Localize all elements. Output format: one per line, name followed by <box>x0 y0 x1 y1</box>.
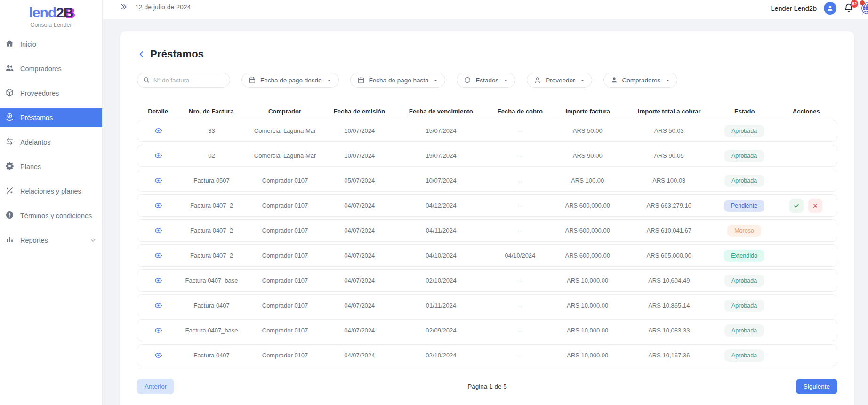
cell-amount: ARS 10,000.00 <box>551 302 624 309</box>
view-detail-button[interactable] <box>152 324 165 337</box>
view-detail-button[interactable] <box>152 249 165 262</box>
info-icon <box>5 211 14 221</box>
cell-amount: ARS 600,000.00 <box>551 252 624 259</box>
sidebar-item-inicio[interactable]: Inicio <box>0 35 102 54</box>
cell-status: Aprobada <box>714 349 774 362</box>
view-detail-button[interactable] <box>152 174 165 187</box>
sidebar-item-terminos[interactable]: Términos y condiciones <box>0 206 102 225</box>
cell-status: Extendido <box>714 250 774 262</box>
double-chevron-icon[interactable] <box>120 3 128 11</box>
view-detail-button[interactable] <box>152 124 165 138</box>
cell-buyer: Comprador 0107 <box>244 302 326 309</box>
sidebar-item-planes[interactable]: Planes <box>0 157 102 176</box>
avatar[interactable] <box>824 2 836 15</box>
view-detail-button[interactable] <box>152 299 165 312</box>
loans-table: Detalle Nro. de Factura Comprador Fecha … <box>137 103 837 366</box>
bar-chart-icon <box>5 235 14 245</box>
column-header-total: Importe total a cobrar <box>625 108 714 115</box>
cell-issued: 04/07/2024 <box>326 252 393 259</box>
cell-actions <box>775 299 837 313</box>
sidebar: lend2B Consola Lender Inicio Compradores… <box>0 0 103 405</box>
back-chevron-icon[interactable] <box>137 49 146 59</box>
view-detail-button[interactable] <box>152 274 165 287</box>
column-header-cobro: Fecha de cobro <box>489 108 551 115</box>
invoice-search <box>137 73 230 88</box>
view-detail-button[interactable] <box>152 199 165 212</box>
cell-buyer: Comprador 0107 <box>244 252 326 259</box>
view-detail-button[interactable] <box>152 149 165 162</box>
cell-collected: 04/10/2024 <box>489 252 551 259</box>
filter-estados[interactable]: Estados <box>457 73 515 88</box>
eye-icon <box>154 276 162 284</box>
column-header-comprador: Comprador <box>243 108 326 115</box>
table-row: Factura 0507 Comprador 0107 05/07/2024 1… <box>137 170 837 192</box>
cell-actions <box>775 274 837 288</box>
logo-text: lend2B <box>0 6 102 20</box>
cell-due: 02/10/2024 <box>393 277 489 284</box>
cell-actions <box>775 324 837 338</box>
previous-page-button[interactable]: Anterior <box>137 379 174 394</box>
status-badge: Aprobada <box>724 349 764 362</box>
filter-label: Fecha de pago desde <box>260 77 322 84</box>
cell-issued: 04/07/2024 <box>326 202 393 209</box>
view-detail-button[interactable] <box>152 224 165 237</box>
cell-total: ARS 10,604.49 <box>624 277 714 284</box>
sidebar-item-label: Préstamos <box>20 114 53 122</box>
cell-collected: -- <box>489 177 551 184</box>
loan-icon <box>5 113 14 123</box>
filter-fecha-pago-hasta[interactable]: Fecha de pago hasta <box>350 73 446 88</box>
search-input[interactable] <box>137 73 230 88</box>
approve-button[interactable] <box>789 199 804 213</box>
filter-fecha-pago-desde[interactable]: Fecha de pago desde <box>241 73 339 88</box>
filter-label: Estados <box>475 77 498 84</box>
cell-buyer: Comercial Laguna Mar <box>244 152 326 159</box>
cell-invoice: Factura 0407_2 <box>179 202 244 209</box>
chevron-down-icon <box>89 237 96 244</box>
language-button[interactable] <box>861 2 868 15</box>
column-header-importe: Importe factura <box>551 108 624 115</box>
cell-collected: -- <box>489 152 551 159</box>
sidebar-item-prestamos[interactable]: Préstamos <box>0 108 102 127</box>
status-badge: Moroso <box>727 225 761 237</box>
cell-due: 15/07/2024 <box>393 127 489 134</box>
caret-down-icon <box>503 77 509 83</box>
status-badge: Aprobada <box>724 300 764 312</box>
eye-icon <box>154 227 162 235</box>
person-icon <box>826 4 835 13</box>
main-content: Préstamos Fecha de pago desde Fecha de p… <box>103 19 868 405</box>
cell-issued: 04/07/2024 <box>326 352 393 359</box>
filter-proveedor[interactable]: Proveedor <box>527 73 592 88</box>
cell-amount: ARS 600,000.00 <box>551 202 624 209</box>
notifications-button[interactable]: 62 <box>844 2 854 15</box>
sidebar-item-compradores[interactable]: Compradores <box>0 59 102 78</box>
cell-total: ARS 100.03 <box>624 177 714 184</box>
calendar-icon <box>357 76 365 84</box>
cell-buyer: Comercial Laguna Mar <box>244 127 326 134</box>
table-row: 02 Comercial Laguna Mar 10/07/2024 19/07… <box>137 145 837 167</box>
cell-amount: ARS 50.00 <box>551 127 624 134</box>
sidebar-item-label: Planes <box>20 163 41 170</box>
next-page-button[interactable]: Siguiente <box>796 379 837 394</box>
cell-due: 04/11/2024 <box>393 227 489 234</box>
cell-buyer: Comprador 0107 <box>244 277 326 284</box>
cell-collected: -- <box>489 327 551 334</box>
sidebar-item-proveedores[interactable]: Proveedores <box>0 84 102 103</box>
sidebar-item-adelantos[interactable]: Adelantos <box>0 133 102 152</box>
status-badge: Aprobada <box>724 324 764 337</box>
transfer-icon <box>5 137 14 147</box>
cell-total: ARS 663,279.10 <box>624 202 714 209</box>
filter-compradores[interactable]: Compradores <box>603 73 678 88</box>
status-badge: Aprobada <box>724 150 764 162</box>
sidebar-item-reportes[interactable]: Reportes <box>0 231 102 250</box>
filter-label: Compradores <box>622 77 661 84</box>
cell-collected: -- <box>489 277 551 284</box>
box-icon <box>5 88 14 98</box>
eye-icon <box>154 351 162 359</box>
sidebar-item-relaciones[interactable]: Relaciones y planes <box>0 182 102 201</box>
reject-button[interactable] <box>808 199 822 213</box>
cell-issued: 10/07/2024 <box>326 127 393 134</box>
logo-part-b: B <box>64 5 73 20</box>
view-detail-button[interactable] <box>152 349 165 362</box>
caret-down-icon <box>579 77 586 83</box>
cell-issued: 04/07/2024 <box>326 302 393 309</box>
